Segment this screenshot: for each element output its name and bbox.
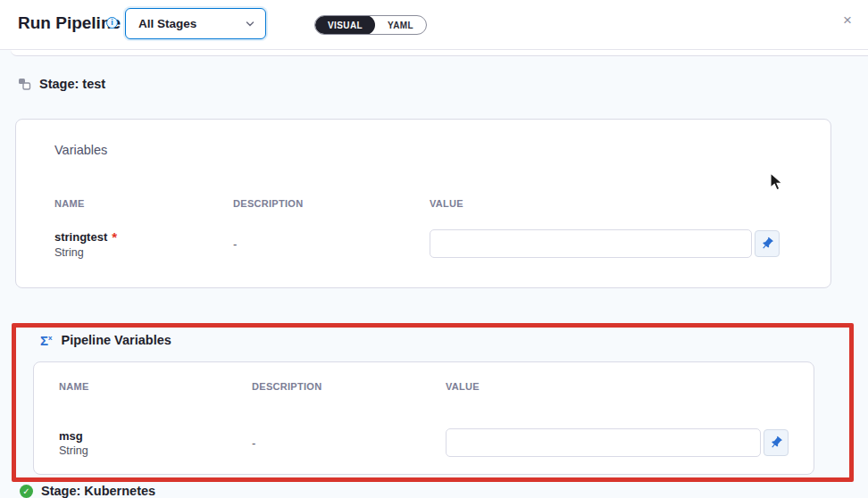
stage-kubernetes-label: Stage: Kubernetes [41, 484, 155, 498]
column-header-description: DESCRIPTION [233, 198, 430, 209]
variable-description: - [233, 237, 430, 251]
column-header-value: VALUE [446, 381, 789, 392]
dialog-body: Stage: test Variables NAME DESCRIPTION V… [0, 50, 868, 498]
variables-card-title: Variables [54, 143, 107, 157]
stage-test-label: Stage: test [39, 77, 105, 91]
variable-name-cell: stringtest* String [54, 228, 233, 259]
stages-icon [18, 78, 31, 91]
visual-yaml-toggle: VISUAL YAML [314, 15, 427, 35]
pipeline-variables-card: NAME DESCRIPTION VALUE msg String - [33, 361, 814, 475]
variable-value-cell [446, 428, 789, 457]
tab-yaml[interactable]: YAML [375, 15, 426, 35]
variable-value-cell [430, 229, 780, 258]
column-header-name: NAME [59, 381, 252, 392]
column-header-value: VALUE [430, 198, 804, 209]
table-row: msg String - [59, 425, 789, 461]
variable-type: String [59, 444, 252, 457]
column-header-name: NAME [54, 198, 233, 209]
pipeline-variables-table-header: NAME DESCRIPTION VALUE [59, 381, 789, 392]
check-circle-icon: ✓ [20, 485, 33, 498]
stage-kubernetes-header: ✓ Stage: Kubernetes [20, 484, 155, 498]
variable-description: - [252, 436, 446, 450]
table-row: stringtest* String - [54, 224, 804, 263]
pipeline-variables-title: Pipeline Variables [61, 333, 171, 347]
stringtest-value-input[interactable] [430, 229, 752, 258]
variables-card: Variables NAME DESCRIPTION VALUE stringt… [15, 119, 831, 288]
variables-table-header: NAME DESCRIPTION VALUE [54, 198, 804, 209]
variable-name-cell: msg String [59, 429, 252, 457]
chevron-down-icon [246, 20, 255, 29]
run-pipeline-dialog: Run Pipeline i All Stages VISUAL YAML × … [0, 0, 868, 498]
column-header-description: DESCRIPTION [252, 381, 446, 392]
variable-name: msg [59, 429, 252, 443]
stage-test-header: Stage: test [18, 77, 105, 91]
variable-name: stringtest [54, 230, 107, 244]
thumbtack-icon [757, 234, 778, 254]
page-title: Run Pipeline [18, 13, 121, 33]
stage-filter-select[interactable]: All Stages [125, 8, 266, 39]
pipeline-variables-header: Σx Pipeline Variables [40, 333, 171, 347]
scrolled-card-remnant [11, 50, 868, 56]
tab-visual[interactable]: VISUAL [315, 15, 375, 35]
msg-value-input[interactable] [446, 428, 761, 457]
info-icon[interactable]: i [106, 17, 118, 29]
required-asterisk: * [112, 229, 117, 245]
dialog-header: Run Pipeline i All Stages VISUAL YAML × [0, 0, 868, 50]
sigma-variables-icon: Σx [40, 334, 52, 347]
stage-filter-value: All Stages [138, 17, 196, 30]
close-icon[interactable]: × [838, 11, 857, 30]
fixed-value-type-button[interactable] [764, 429, 789, 456]
variable-type: String [54, 246, 233, 259]
thumbtack-icon [766, 433, 787, 453]
fixed-value-type-button[interactable] [755, 230, 780, 257]
